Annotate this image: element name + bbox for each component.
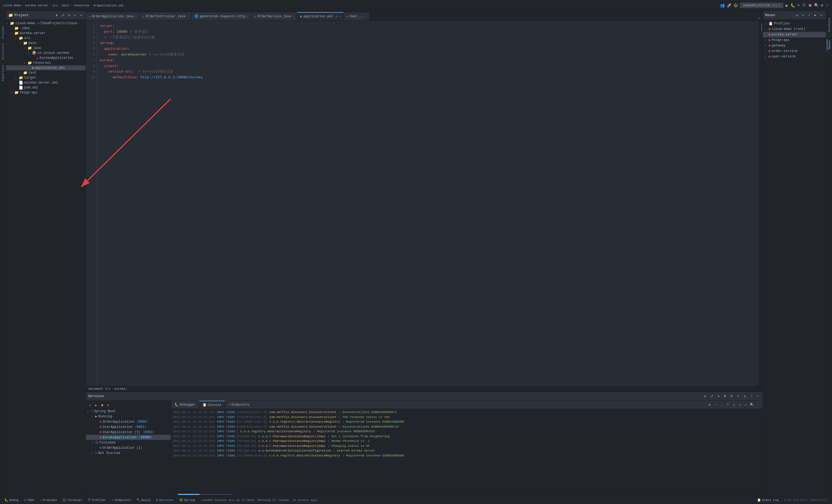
- status-problems[interactable]: ⚠ Problems: [38, 498, 59, 502]
- list-item[interactable]: ▸ 📁 .idea: [6, 26, 85, 31]
- run-maven-icon[interactable]: ▶: [813, 13, 818, 18]
- services-order-app[interactable]: ⚙ OrderApplication :8088/: [86, 419, 171, 424]
- wrap-console-icon[interactable]: ⊞: [707, 402, 712, 407]
- tab-application-yml[interactable]: ⚙ application.yml ✓ ✕: [297, 12, 344, 20]
- more-services-icon[interactable]: ⋮: [749, 394, 754, 399]
- status-event-log[interactable]: 📋 Event Log: [755, 498, 780, 502]
- list-item[interactable]: ▾ 📁 main: [6, 41, 85, 46]
- settings-services-icon[interactable]: ⚙: [106, 402, 111, 408]
- maven-item-user-service[interactable]: ▸ ⚙ user-service: [763, 54, 826, 59]
- list-item[interactable]: ▸ 📁 target: [6, 75, 85, 80]
- profile-icon[interactable]: ⏱: [802, 3, 806, 8]
- minimize-services-icon[interactable]: −: [755, 394, 760, 399]
- sidebar-item-project[interactable]: Project: [1, 25, 5, 39]
- list-item[interactable]: ▾ 📁 resources: [6, 60, 85, 65]
- list-item[interactable]: ▸ 📁 test: [6, 71, 85, 75]
- close-tab-icon5[interactable]: ✕: [339, 15, 341, 18]
- power-icon[interactable]: ⏻: [734, 3, 738, 8]
- status-services[interactable]: ⚙ Services: [154, 498, 175, 502]
- list-item[interactable]: 📄 pom.xml: [6, 85, 85, 90]
- maven-item-eureka-server[interactable]: ▸ ⚙ eureka-server: [763, 32, 826, 37]
- more-maven-icon[interactable]: ⋯: [819, 13, 824, 18]
- filter-services-icon[interactable]: ⊟: [729, 394, 734, 399]
- status-terminal[interactable]: ⬛ Terminal: [61, 498, 84, 502]
- stop-services-icon[interactable]: ⏹: [100, 402, 105, 408]
- bc-main[interactable]: main: [62, 4, 69, 7]
- maven-item-feign-api[interactable]: ▸ ⚙ feign-api: [763, 37, 826, 43]
- coverage-icon[interactable]: ☂: [797, 3, 800, 8]
- scroll-down-console-icon[interactable]: ↓: [719, 402, 724, 407]
- services-finished[interactable]: ▾ ⏻ Finished: [86, 440, 171, 445]
- services-eureka-app[interactable]: ⚙ EurekaApplication :10086/: [86, 435, 171, 440]
- sidebar-item-maven[interactable]: Maven: [827, 39, 832, 50]
- collapse-services-icon[interactable]: ⤡: [716, 394, 721, 399]
- group-services-icon[interactable]: ⊞: [723, 394, 727, 399]
- scroll-top-console-icon[interactable]: ⤒: [725, 402, 730, 407]
- services-not-started[interactable]: ▸ ⚙ Not Started: [86, 450, 171, 456]
- status-endpoints[interactable]: ⚡ Endpoints: [110, 498, 133, 502]
- status-debug[interactable]: 🐛 Debug: [3, 498, 20, 502]
- next-console-icon[interactable]: ▸: [744, 402, 748, 407]
- status-build[interactable]: 🔨 Build: [135, 498, 152, 502]
- scroll-tabs-left-icon[interactable]: ‹: [757, 17, 758, 20]
- list-item[interactable]: ▸ 📁 feign-api: [6, 90, 85, 95]
- close-panel-icon[interactable]: ✕: [78, 13, 83, 18]
- run-config-selector[interactable]: USERAPPLICATION (1) ▾: [740, 3, 783, 8]
- close-tab-icon6[interactable]: ✕: [365, 15, 366, 18]
- status-todo[interactable]: ☑ TODO: [22, 498, 36, 502]
- close-tab-icon[interactable]: ✕: [135, 15, 136, 18]
- user-group-icon[interactable]: 👥: [720, 3, 725, 8]
- services-order-app-finished[interactable]: ⚙ OrderApplication (1): [86, 445, 171, 450]
- tab-user[interactable]: ☕ User... ✕: [344, 12, 370, 20]
- code-editor[interactable]: server: port: 10086 # 服务端口 # 一下配置是为了做服务的…: [97, 21, 759, 386]
- more-icon[interactable]: ⋮: [825, 3, 829, 8]
- list-item[interactable]: 📄 eureka-server.iml: [6, 80, 85, 85]
- settings-icon[interactable]: ⚙: [821, 3, 823, 8]
- services-user-app-2[interactable]: ⚙ UserApplication (1) :8082/: [86, 429, 171, 435]
- restart-icon[interactable]: ↺: [87, 402, 93, 408]
- close-tab-icon2[interactable]: ✕: [187, 15, 188, 18]
- list-item[interactable]: ☕ EurekaApplication: [6, 56, 85, 60]
- bc-eureka-server[interactable]: eureka-server: [25, 4, 49, 7]
- refresh-services-icon[interactable]: ↻: [703, 394, 708, 399]
- run-icon[interactable]: ▶: [785, 3, 788, 8]
- close-tab-icon4[interactable]: ✕: [292, 15, 294, 18]
- console-log[interactable]: 2022-06-21 22:15:23.243 INFO 71593 --- […: [171, 409, 763, 493]
- list-item[interactable]: ▾ 📁 src: [6, 36, 85, 41]
- maven-item-cloud-demo[interactable]: ▸ ⚙ cloud-demo (root): [763, 26, 826, 32]
- add-maven-icon[interactable]: +: [801, 13, 806, 18]
- more-options-icon[interactable]: ⋯: [72, 13, 77, 18]
- list-item[interactable]: ▾ 📁 java: [6, 46, 85, 51]
- expand-icon[interactable]: ⤢: [60, 13, 65, 18]
- status-spring[interactable]: 🌿 Spring: [178, 498, 197, 502]
- locate-icon[interactable]: ⊕: [54, 13, 59, 18]
- download-maven-icon[interactable]: ⬇: [807, 13, 812, 18]
- sidebar-item-structure[interactable]: Structure: [1, 42, 5, 61]
- add-services-icon[interactable]: +: [736, 394, 740, 399]
- tree-root[interactable]: ▾ 📁 cloud-demo ~/IdeaProjects/cloud-: [6, 21, 85, 26]
- tab-order-controller[interactable]: ☕ OrderController.java ✕: [140, 12, 191, 20]
- scroll-bot-console-icon[interactable]: ⤓: [731, 402, 736, 407]
- sidebar-item-database[interactable]: Database: [827, 17, 831, 33]
- list-item[interactable]: ▾ 📦 cn.itcast.eureka: [6, 51, 85, 56]
- services-user-app-1[interactable]: ⚙ UserApplication :8081/: [86, 424, 171, 429]
- bc-resources[interactable]: resources: [74, 4, 90, 7]
- settings-circle-icon[interactable]: ◎: [742, 394, 747, 399]
- list-item[interactable]: ▾ 📁 eureka-server: [6, 31, 85, 36]
- collapse-icon[interactable]: ⤡: [66, 13, 71, 18]
- sidebar-item-favorites[interactable]: Favorites: [1, 64, 5, 82]
- tab-debugger[interactable]: 🐛 Debugger: [171, 401, 199, 409]
- maven-item-gateway[interactable]: ▸ ⚙ gateway: [763, 43, 826, 48]
- tab-endpoints[interactable]: ⚡ Endpoints: [225, 401, 253, 409]
- more-console-icon[interactable]: ⋮: [755, 402, 760, 407]
- tab-order-application[interactable]: ☕ OrderApplication.java ✕: [86, 12, 140, 20]
- tab-order-service[interactable]: ☕ OrderService.java ✕: [251, 12, 297, 20]
- status-profiler[interactable]: ⏱ Profiler: [86, 498, 108, 502]
- services-spring-boot[interactable]: ▾ ⚡ Spring Boot: [86, 409, 171, 414]
- filter-console-icon[interactable]: 🔍: [750, 402, 754, 407]
- services-running[interactable]: ▾ ▶ Running: [86, 414, 171, 419]
- bc-cloud-demo[interactable]: cloud-demo: [3, 4, 21, 7]
- expand-services-icon[interactable]: ⤢: [709, 394, 714, 399]
- close-tab-icon3[interactable]: ✕: [246, 15, 248, 18]
- prev-console-icon[interactable]: ◂: [737, 402, 742, 407]
